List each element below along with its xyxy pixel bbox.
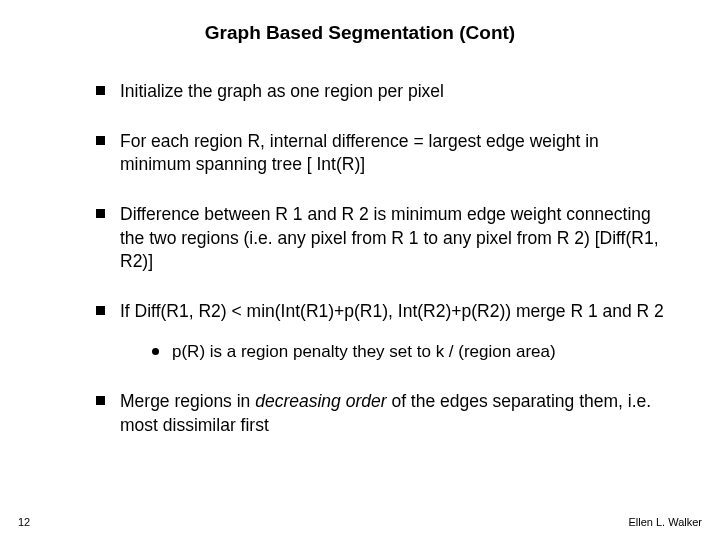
list-item: Difference between R 1 and R 2 is minimu… (90, 203, 670, 274)
list-item: p(R) is a region penalty they set to k /… (148, 341, 670, 364)
bullet-text-pre: Merge regions in (120, 391, 255, 411)
sub-bullet-list: p(R) is a region penalty they set to k /… (148, 341, 670, 364)
bullet-list: Initialize the graph as one region per p… (90, 80, 670, 438)
bullet-text: If Diff(R1, R2) < min(Int(R1)+p(R1), Int… (120, 301, 664, 321)
page-number: 12 (18, 516, 30, 528)
slide-content: Initialize the graph as one region per p… (0, 80, 720, 438)
bullet-text-em: decreasing order (255, 391, 386, 411)
list-item: Initialize the graph as one region per p… (90, 80, 670, 104)
list-item: If Diff(R1, R2) < min(Int(R1)+p(R1), Int… (90, 300, 670, 365)
slide-title: Graph Based Segmentation (Cont) (0, 0, 720, 54)
footer-author: Ellen L. Walker (628, 516, 702, 528)
list-item: For each region R, internal difference =… (90, 130, 670, 177)
list-item: Merge regions in decreasing order of the… (90, 390, 670, 437)
